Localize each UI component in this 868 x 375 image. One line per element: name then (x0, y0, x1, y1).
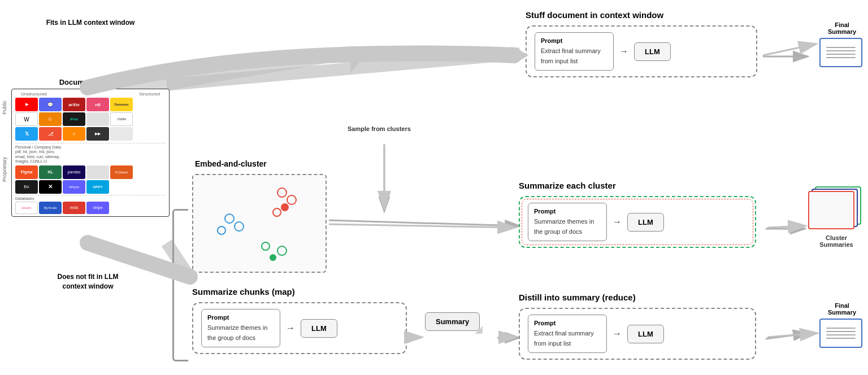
logo-empty3 (86, 165, 109, 179)
does-not-fit-label: Does not fit in LLMcontext window (38, 272, 137, 291)
sample-from-clusters-label: Sample from clusters (348, 125, 411, 132)
distill-section: Distill into summary (reduce) Prompt Ext… (519, 293, 756, 360)
prompt-text-4: Extract final summaryfrom input list (534, 330, 594, 347)
summary-box-section: Summary (425, 312, 480, 331)
final-summary-bottom: FinalSummary (819, 302, 865, 348)
svg-marker-3 (350, 45, 362, 73)
logo-twitter: 𝕏 (15, 127, 38, 141)
final-doc-top (819, 38, 862, 67)
logo-apify: APIFY (86, 180, 109, 194)
fits-llm-label: Fits in LLM context window (45, 18, 136, 28)
distill-prompt-inner: Prompt Extract final summaryfrom input l… (528, 315, 607, 353)
logo-discord: 💬 (39, 98, 62, 111)
summarize-chunks-prompt-box: Prompt Summarize themes inthe group of d… (192, 302, 407, 354)
cluster-summaries-label: ClusterSummaries (808, 234, 865, 248)
logo-figma: Figma (15, 165, 38, 179)
cluster-prompt-inner: Prompt Summarize themes inthe group of d… (528, 203, 607, 241)
summarize-chunks-section: Summarize chunks (map) Prompt Summarize … (192, 287, 407, 354)
dot-red-2 (287, 195, 297, 205)
bracket-does-not-fit (172, 209, 188, 361)
summarize-chunks-title: Summarize chunks (map) (192, 287, 407, 296)
logo-yellow: Y (63, 127, 85, 141)
prompt-text-3: Summarize themes inthe group of docs (207, 324, 267, 341)
logo-x: ✕ (39, 180, 62, 194)
logo-empty2 (110, 127, 133, 141)
distill-prompt-box: Prompt Extract final summaryfrom input l… (519, 308, 756, 360)
prompt-label-3: Prompt (207, 314, 274, 321)
databases-label: Databases (15, 197, 166, 200)
embed-cluster-box (192, 174, 327, 273)
logo-bz: Bz (15, 180, 38, 194)
arrow-icon-2: → (613, 217, 622, 227)
llm-box-1: LLM (634, 42, 671, 61)
prompt-text-2: Summarize themes inthe group of docs (534, 218, 594, 235)
arrow-icon-3: → (286, 323, 295, 333)
llm-box-4: LLM (627, 325, 664, 343)
logo-cc: © (39, 112, 62, 126)
llm-box-3: LLM (301, 319, 337, 338)
dot-red-filled (281, 203, 289, 211)
logo-redis: redis (63, 202, 85, 214)
logo-excel: XL (39, 165, 62, 179)
distill-title: Distill into summary (reduce) (519, 293, 756, 302)
logo-arxiv: arXiv (63, 98, 85, 111)
svg-marker-4 (511, 46, 520, 61)
final-summary-top: FinalSummary (819, 21, 865, 67)
dot-red-3 (272, 208, 281, 217)
dot-green-filled (270, 254, 276, 261)
llm-box-2: LLM (627, 213, 664, 232)
summarize-cluster-prompt-box: Prompt Summarize themes inthe group of d… (519, 196, 756, 248)
logo-openweather: OWM (110, 112, 133, 126)
dot-blue-3 (217, 226, 226, 235)
arrow-icon-1: → (619, 46, 628, 56)
summary-box: Summary (425, 312, 480, 331)
logo-datasets: Datasets (110, 98, 133, 111)
logo-pyspark: PySpark (110, 165, 133, 179)
unstructured-label: Unstructured (21, 91, 47, 97)
dot-green-2 (277, 246, 287, 256)
dot-blue-2 (234, 221, 244, 232)
arrow-icon-4: → (613, 329, 622, 339)
embed-cluster-title: Embed-and-cluster (195, 159, 267, 168)
logo-ifixit: iFixit (63, 112, 85, 126)
doc-loader-title: Document Loader (11, 78, 170, 86)
cluster-summaries-section: ClusterSummaries (808, 186, 865, 248)
structured-label: Structured (139, 91, 160, 97)
stuff-document-title: Stuff document in context window (526, 10, 757, 20)
cluster-doc-red (808, 191, 854, 229)
logo-youtube: ▶ (15, 98, 38, 111)
logo-elastic: elastic (15, 202, 38, 214)
personal-data-label: Personal / Company Data:pdf, txt, json, … (15, 145, 166, 164)
logo-stripe: stripe (86, 202, 109, 214)
prompt-label-4: Prompt (534, 320, 601, 326)
public-label: Public (2, 101, 7, 115)
logo-git: ⎇ (39, 127, 62, 141)
chunks-prompt-inner: Prompt Summarize themes inthe group of d… (201, 309, 280, 347)
prompt-text-1: Extract final summaryfrom input list (541, 47, 601, 64)
prompt-label-2: Prompt (534, 208, 601, 215)
stuff-prompt-box: Prompt Extract final summaryfrom input l… (526, 25, 757, 77)
logo-video: ▶▶ (86, 127, 109, 141)
prompt-label-1: Prompt (541, 37, 607, 44)
dot-blue-1 (224, 213, 235, 224)
dot-green-1 (261, 242, 270, 251)
logo-pandas: pandas (63, 165, 85, 179)
summarize-cluster-title: Summarize each cluster (519, 181, 756, 190)
diagram: Fits in LLM context window Does not fit … (0, 0, 868, 375)
proprietary-label: Proprietary (2, 157, 7, 182)
stuff-prompt-inner: Prompt Extract final summaryfrom input l… (535, 32, 614, 71)
logo-wikipedia: W (15, 112, 38, 126)
summarize-cluster-section: Summarize each cluster Prompt Summarize … (519, 181, 756, 248)
logo-n8n: n8 (86, 98, 109, 111)
logo-airbyte: Airbyte (63, 180, 85, 194)
logo-myscale: MyScale (39, 202, 62, 214)
stuff-document-section: Stuff document in context window Prompt … (526, 10, 757, 77)
logo-empty1 (86, 112, 109, 126)
final-doc-bottom (819, 319, 862, 348)
dot-red-1 (277, 188, 287, 198)
